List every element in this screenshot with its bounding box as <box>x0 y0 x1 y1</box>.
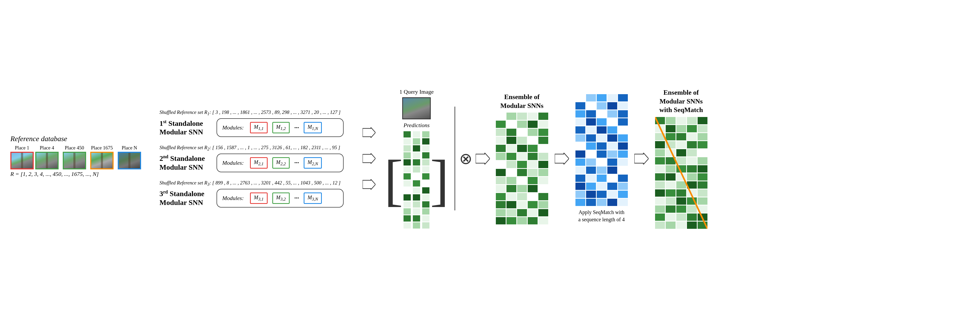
fmc <box>666 198 676 205</box>
bmc <box>618 150 628 158</box>
mc <box>538 177 548 184</box>
fmc <box>687 198 697 205</box>
fmc <box>687 157 697 164</box>
fmc <box>655 157 665 164</box>
mc <box>506 193 516 200</box>
mc <box>496 129 506 136</box>
mc <box>538 153 548 160</box>
arrow-to-blue <box>555 153 569 164</box>
mc <box>528 161 538 168</box>
bmc <box>618 126 628 134</box>
fmc <box>676 125 686 132</box>
pred-cell <box>422 180 430 186</box>
bmc <box>618 199 628 206</box>
bmc <box>586 126 596 134</box>
mc <box>528 129 538 136</box>
fmc <box>698 141 708 148</box>
bmc <box>586 142 596 150</box>
svg-marker-6 <box>634 153 649 164</box>
snn-label-1: 1st Standalone Modular SNN <box>159 119 216 137</box>
bmc <box>618 94 628 102</box>
tensor-wrap <box>454 107 455 210</box>
fmc <box>655 181 665 189</box>
fmc <box>676 165 686 172</box>
mc <box>496 177 506 184</box>
fmc <box>666 190 676 197</box>
fmc <box>676 221 686 229</box>
svg-marker-0 <box>363 127 375 138</box>
bmc <box>618 158 628 166</box>
fmc <box>666 117 676 124</box>
pred-cell <box>404 180 411 186</box>
module-m12: M1,2 <box>272 122 290 133</box>
pred-cell <box>422 173 430 180</box>
pred-cell <box>413 131 420 137</box>
mc <box>517 137 527 144</box>
query-track <box>403 98 430 119</box>
ensemble-label: Ensemble ofModular SNNs <box>500 92 543 110</box>
otimes-symbol: ⊗ <box>459 150 472 168</box>
place-label-n: Place N <box>122 145 137 151</box>
bmc <box>597 102 606 110</box>
final-ensemble-label: Ensemble ofModular SNNswith SeqMatch <box>659 88 703 115</box>
mc <box>496 145 506 152</box>
hollow-arrow-2 <box>363 153 375 164</box>
predictions-label: Predictions <box>404 122 430 129</box>
place-label-450: Place 450 <box>65 145 84 151</box>
fmc <box>655 198 665 205</box>
fmc <box>655 165 665 172</box>
mc <box>538 201 548 208</box>
predictions-bracket: [ <box>384 131 449 229</box>
snn-ordinal-1: 1st Standalone <box>159 119 216 127</box>
fmc <box>655 190 665 197</box>
bracket-close: ] <box>430 160 449 200</box>
bmc <box>576 126 585 134</box>
query-predictions: 1 Query Image Predictions [ <box>384 88 449 229</box>
mc <box>528 177 538 184</box>
mc <box>506 129 516 136</box>
fmc <box>655 173 665 180</box>
mc <box>528 113 538 120</box>
snn-ordinal-2: 2nd Standalone <box>159 154 216 163</box>
mc <box>517 129 527 136</box>
fmc <box>698 213 708 221</box>
ensemble-matrix-container: Ensemble ofModular SNNs <box>496 92 548 225</box>
hollow-arrow-ensemble <box>476 153 490 164</box>
bmc <box>607 110 617 118</box>
mc <box>538 145 548 152</box>
mc <box>517 113 527 120</box>
pred-cell <box>422 145 430 151</box>
snn-name-1: Modular SNN <box>159 127 216 137</box>
fmc <box>698 173 708 180</box>
pred-cell <box>422 159 430 166</box>
fmc <box>666 149 676 156</box>
bmc <box>597 94 606 102</box>
fmc <box>666 125 676 132</box>
final-arrow-wrap <box>634 153 649 164</box>
fmc <box>676 173 686 180</box>
fmc <box>698 205 708 213</box>
bmc <box>586 118 596 126</box>
bmc <box>576 110 585 118</box>
pred-cell <box>404 173 411 180</box>
bmc <box>576 183 585 190</box>
shuffled-ref-2: Shuffled Reference set R2: [ 156 , 1587 … <box>159 145 356 151</box>
snn-block-2: 2nd Standalone Modular SNN Modules: M2,1… <box>159 154 356 172</box>
fmc <box>687 213 697 221</box>
fmc <box>698 221 708 229</box>
fmc <box>666 205 676 213</box>
mc <box>496 209 506 217</box>
mc <box>517 169 527 176</box>
bmc <box>618 134 628 142</box>
mc <box>506 201 516 208</box>
bmc <box>586 191 596 198</box>
bmc <box>576 142 585 150</box>
bmc <box>586 167 596 174</box>
bmc <box>586 199 596 206</box>
bmc <box>607 94 617 102</box>
fmc <box>687 181 697 189</box>
pred-cell <box>413 222 420 229</box>
pred-cell <box>404 201 411 207</box>
pred-cell <box>413 201 420 207</box>
pred-cell <box>404 138 411 145</box>
